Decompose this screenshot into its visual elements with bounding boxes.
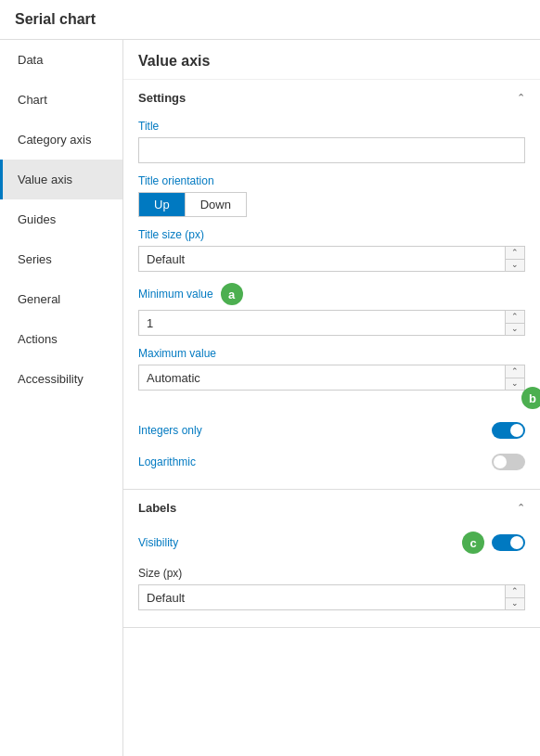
min-value-input[interactable]	[139, 311, 505, 335]
logarithmic-toggle[interactable]	[492, 454, 525, 470]
max-value-input[interactable]	[139, 365, 505, 390]
sidebar-item-general[interactable]: General	[0, 279, 122, 319]
sidebar-item-accessibility[interactable]: Accessibility	[0, 359, 122, 399]
labels-collapse-icon[interactable]: ⌃	[517, 502, 525, 514]
title-size-label: Title size (px)	[138, 228, 525, 241]
orientation-down-button[interactable]: Down	[185, 193, 246, 216]
title-orientation-group: Title orientation Up Down	[123, 169, 540, 223]
sidebar-item-guides[interactable]: Guides	[0, 199, 122, 239]
title-field-label: Title	[138, 120, 525, 133]
size-up-btn[interactable]: ⌃	[506, 585, 524, 597]
size-down-btn[interactable]: ⌄	[506, 597, 524, 610]
sidebar-item-series[interactable]: Series	[0, 239, 122, 279]
integers-only-row: Integers only	[123, 415, 540, 446]
orientation-toggle-group: Up Down	[138, 192, 247, 217]
logarithmic-label: Logarithmic	[138, 455, 196, 468]
orientation-up-button[interactable]: Up	[139, 193, 185, 216]
min-value-label: Minimum value	[138, 288, 213, 301]
sidebar-item-data[interactable]: Data	[0, 40, 122, 80]
min-value-spinners: ⌃ ⌄	[505, 311, 524, 335]
size-spinners: ⌃ ⌄	[505, 585, 524, 609]
settings-section-title: Settings	[138, 91, 186, 105]
visibility-label: Visibility	[138, 536, 178, 549]
integers-only-label: Integers only	[138, 424, 202, 437]
labels-section-header: Labels ⌃	[123, 490, 540, 524]
max-value-spinners: ⌃ ⌄	[505, 365, 524, 390]
sidebar-item-value-axis[interactable]: Value axis	[0, 160, 122, 199]
title-size-group: Title size (px) ⌃ ⌄	[123, 223, 540, 277]
size-input-wrapper: ⌃ ⌄	[138, 584, 525, 610]
badge-a: a	[221, 283, 243, 305]
title-size-input-wrapper: ⌃ ⌄	[138, 246, 525, 272]
labels-section-title: Labels	[138, 501, 176, 515]
title-input[interactable]	[138, 137, 525, 163]
title-field-group: Title	[123, 114, 540, 169]
size-field-label: Size (px)	[138, 567, 525, 580]
min-value-down-btn[interactable]: ⌄	[506, 323, 524, 336]
title-size-spinners: ⌃ ⌄	[505, 247, 524, 271]
size-field-group: Size (px) ⌃ ⌄	[123, 561, 540, 616]
settings-collapse-icon[interactable]: ⌃	[517, 92, 525, 104]
max-value-down-btn[interactable]: ⌄	[506, 378, 524, 391]
sidebar-item-category-axis[interactable]: Category axis	[0, 120, 122, 160]
title-size-up-btn[interactable]: ⌃	[506, 247, 524, 259]
title-orientation-label: Title orientation	[138, 174, 525, 187]
max-value-label: Maximum value	[138, 347, 525, 360]
sidebar-item-actions[interactable]: Actions	[0, 319, 122, 359]
badge-c: c	[462, 532, 484, 554]
logarithmic-row: Logarithmic	[123, 446, 540, 478]
min-value-input-wrapper: ⌃ ⌄	[138, 310, 525, 336]
visibility-row: Visibility c	[123, 524, 540, 561]
max-value-input-wrapper: ⌃ ⌄	[138, 365, 525, 391]
settings-section: Settings ⌃ Title Title orientation Up Do…	[123, 80, 540, 490]
app-title: Serial chart	[0, 0, 540, 40]
integers-only-toggle[interactable]	[492, 422, 525, 439]
settings-section-header: Settings ⌃	[123, 80, 540, 114]
title-size-input[interactable]	[139, 247, 505, 271]
content-header: Value axis	[123, 40, 540, 80]
sidebar: Data Chart Category axis Value axis Guid…	[0, 40, 123, 756]
badge-b: b	[521, 387, 540, 409]
visibility-toggle[interactable]	[492, 534, 525, 551]
size-input[interactable]	[139, 585, 505, 609]
min-value-up-btn[interactable]: ⌃	[506, 311, 524, 323]
max-value-group: Maximum value ⌃ ⌄ b	[123, 341, 540, 396]
min-value-group: Minimum value a ⌃ ⌄	[123, 277, 540, 341]
content-area: Value axis Settings ⌃ Title Title orient…	[123, 40, 540, 756]
max-value-up-btn[interactable]: ⌃	[506, 365, 524, 378]
title-size-down-btn[interactable]: ⌄	[506, 259, 524, 272]
labels-section: Labels ⌃ Visibility c Size (px) ⌃ ⌄	[123, 490, 540, 628]
sidebar-item-chart[interactable]: Chart	[0, 80, 122, 120]
